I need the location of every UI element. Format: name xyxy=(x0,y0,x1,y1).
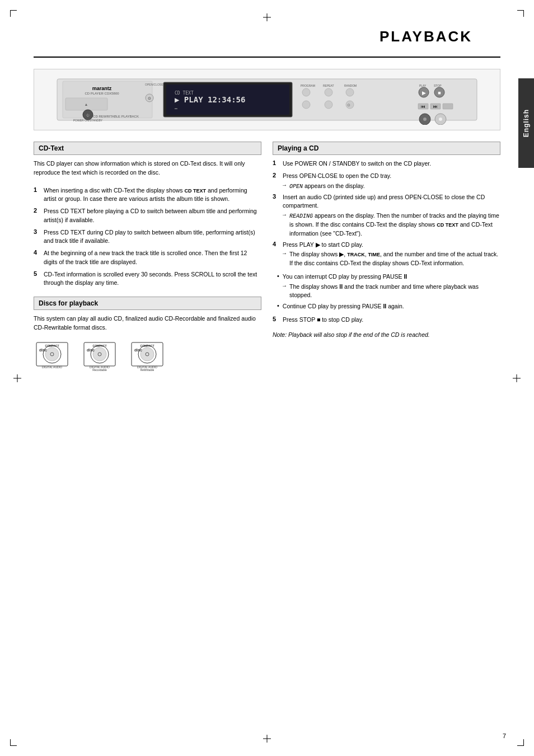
page-title: PLAYBACK xyxy=(380,28,472,45)
cd-text-item-1: 1 When inserting a disc with CD-Text the… xyxy=(34,186,261,204)
svg-point-24 xyxy=(302,101,310,109)
svg-text:⊙: ⊙ xyxy=(347,103,350,107)
cd-text-item-4: 4 At the beginning of a new track the tr… xyxy=(34,249,261,267)
crosshair-left xyxy=(13,374,21,382)
svg-text:Recordable: Recordable xyxy=(92,368,107,372)
svg-text:REPEAT: REPEAT xyxy=(323,84,334,87)
svg-text:marantz: marantz xyxy=(92,86,112,91)
discs-header: Discs for playback xyxy=(34,297,261,310)
corner-mark-tl xyxy=(10,10,17,17)
disc-rewritable: COMPACT disc DIGITAL AUDIO ReWritable xyxy=(129,341,165,372)
svg-point-22 xyxy=(325,88,332,96)
svg-text:⏻: ⏻ xyxy=(86,114,90,117)
language-tab: English xyxy=(518,78,534,168)
disc-standard: COMPACT disc DIGITAL AUDIO xyxy=(34,341,70,372)
svg-point-40 xyxy=(423,118,427,121)
svg-text:⏮: ⏮ xyxy=(421,104,425,109)
svg-point-47 xyxy=(45,348,59,361)
page-number: 7 xyxy=(503,732,506,739)
svg-text:POWER ON/STANDBY: POWER ON/STANDBY xyxy=(73,119,103,122)
svg-text:CD PLAYER CDX5800: CD PLAYER CDX5800 xyxy=(85,92,119,95)
svg-text:DIGITAL AUDIO: DIGITAL AUDIO xyxy=(42,365,62,369)
play-item-2: 2 Press OPEN·CLOSE to open the CD tray. xyxy=(273,172,500,181)
svg-rect-38 xyxy=(443,104,453,109)
crosshair-bottom xyxy=(263,735,271,743)
svg-text:COMPACT: COMPACT xyxy=(140,344,154,348)
disc-standard-icon: COMPACT disc DIGITAL AUDIO xyxy=(35,341,69,372)
left-column: CD-Text This CD player can show informat… xyxy=(34,142,261,378)
svg-text:⊙: ⊙ xyxy=(148,96,151,100)
svg-text:disc: disc xyxy=(87,348,95,352)
svg-point-23 xyxy=(346,88,354,96)
play-item-3-arrow: → READING appears on the display. Then t… xyxy=(273,212,500,238)
language-tab-label: English xyxy=(522,109,530,137)
svg-text:■: ■ xyxy=(438,90,441,96)
svg-text:ReWritable: ReWritable xyxy=(140,368,154,372)
cd-text-item-5: 5 CD-Text information is scrolled every … xyxy=(34,270,261,288)
svg-point-62 xyxy=(140,348,154,361)
cd-text-label-1: CD TEXT xyxy=(185,188,207,194)
svg-point-21 xyxy=(302,88,310,96)
main-content: CD-Text This CD player can show informat… xyxy=(34,142,500,378)
play-item-5: 5 Press STOP ■ to stop CD play. xyxy=(273,316,500,325)
svg-point-25 xyxy=(325,101,332,109)
device-svg: marantz CD PLAYER CDX5800 ▲ ⏻ POWER ON/S… xyxy=(54,74,480,125)
play-bullet-2: • Continue CD play by pressing PAUSE II … xyxy=(273,302,500,311)
svg-text:▶: ▶ xyxy=(422,90,426,96)
corner-mark-tr xyxy=(517,10,524,17)
svg-text:disc: disc xyxy=(39,348,47,352)
play-item-4-arrow: → The display shows ▶, TRACK, TIME, and … xyxy=(273,250,500,268)
disc-rewritable-icon: COMPACT disc DIGITAL AUDIO ReWritable xyxy=(130,341,164,372)
cd-text-section: CD-Text This CD player can show informat… xyxy=(34,142,261,288)
svg-point-42 xyxy=(439,118,442,121)
device-image: marantz CD PLAYER CDX5800 ▲ ⏻ POWER ON/S… xyxy=(34,69,500,130)
svg-text:CD REWRITABLE PLAYBACK: CD REWRITABLE PLAYBACK xyxy=(93,115,139,118)
discs-section: Discs for playback This system can play … xyxy=(34,297,261,372)
page-container: English PLAYBACK marantz CD PLAYER CDX58… xyxy=(0,0,534,756)
svg-point-54 xyxy=(93,348,106,361)
svg-text:PLAY: PLAY xyxy=(419,84,427,87)
corner-mark-br xyxy=(517,739,524,746)
play-bullet-1-arrow: → The display shows II and the track num… xyxy=(273,283,500,300)
playback-note: Note: Playback will also stop if the end… xyxy=(273,331,500,338)
cd-text-item-2: 2 Press CD TEXT before playing a CD to s… xyxy=(34,207,261,225)
play-bullet-1: • You can interrupt CD play by pressing … xyxy=(273,273,500,281)
svg-text:PROGRAM: PROGRAM xyxy=(301,84,315,87)
svg-text:disc: disc xyxy=(134,348,142,352)
corner-mark-bl xyxy=(10,739,17,746)
playing-cd-section: Playing a CD 1 Use POWER ON / STANDBY to… xyxy=(273,142,500,338)
svg-text:▶ PLAY 12:34:56: ▶ PLAY 12:34:56 xyxy=(175,95,245,104)
playing-cd-header: Playing a CD xyxy=(273,142,500,155)
svg-text:STOP: STOP xyxy=(434,84,442,87)
disc-icons-row: COMPACT disc DIGITAL AUDIO xyxy=(34,341,261,372)
right-column: Playing a CD 1 Use POWER ON / STANDBY to… xyxy=(273,142,500,378)
svg-text:⏭: ⏭ xyxy=(433,104,438,109)
cd-text-intro: This CD player can show information whic… xyxy=(34,159,261,177)
svg-text:COMPACT: COMPACT xyxy=(92,344,106,348)
play-item-3: 3 Insert an audio CD (printed side up) a… xyxy=(273,193,500,211)
cd-text-header: CD-Text xyxy=(34,142,261,155)
disc-recordable: COMPACT disc DIGITAL AUDIO Recordable xyxy=(81,341,118,372)
svg-text:COMPACT: COMPACT xyxy=(45,344,59,348)
play-item-1: 1 Use POWER ON / STANDBY to switch on th… xyxy=(273,159,500,168)
play-item-4: 4 Press PLAY ▶ to start CD play. xyxy=(273,241,500,250)
crosshair-top xyxy=(263,13,271,21)
disc-recordable-icon: COMPACT disc DIGITAL AUDIO Recordable xyxy=(83,341,116,372)
discs-intro: This system can play all audio CD, final… xyxy=(34,314,261,332)
svg-text:OPEN/CLOSE: OPEN/CLOSE xyxy=(145,83,163,86)
play-item-2-arrow: → OPEN appears on the display. xyxy=(273,182,500,191)
svg-text:━: ━ xyxy=(174,106,177,111)
cd-text-item-3: 3 Press CD TEXT during CD play to switch… xyxy=(34,228,261,246)
svg-text:RANDOM: RANDOM xyxy=(344,84,357,87)
svg-text:▲: ▲ xyxy=(85,102,88,106)
crosshair-right xyxy=(513,374,521,382)
